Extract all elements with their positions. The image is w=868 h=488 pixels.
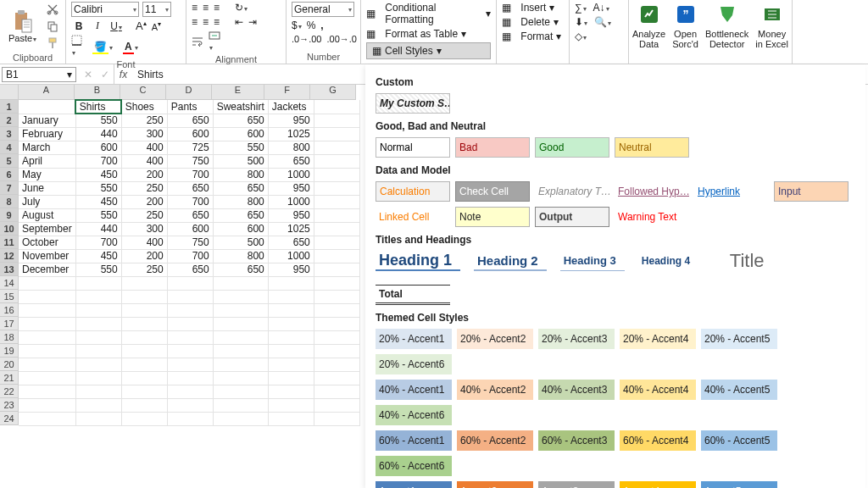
cancel-icon[interactable]: ✕	[80, 69, 97, 80]
cell[interactable]	[314, 100, 359, 114]
cell[interactable]: Shoes	[121, 100, 167, 114]
cell[interactable]: 200	[121, 168, 167, 181]
underline-button[interactable]: U	[108, 20, 124, 32]
row-header[interactable]: 6	[0, 168, 19, 181]
cell[interactable]: 800	[213, 249, 268, 263]
cell[interactable]: 725	[167, 141, 213, 154]
align-middle-button[interactable]: ≡	[203, 2, 209, 14]
row-header[interactable]: 2	[0, 114, 19, 127]
fill-color-button[interactable]: 🪣	[92, 41, 113, 53]
cell[interactable]: Pants	[167, 100, 213, 114]
row-header[interactable]: 3	[0, 127, 19, 141]
style-tile[interactable]: Accent4	[620, 481, 696, 488]
cell[interactable]	[213, 358, 268, 371]
cell[interactable]: 1000	[268, 195, 314, 208]
cell[interactable]	[268, 371, 314, 385]
cell[interactable]	[75, 344, 121, 358]
cell[interactable]	[314, 236, 359, 249]
cell[interactable]	[314, 317, 359, 330]
cell[interactable]	[167, 358, 213, 371]
style-tile[interactable]: Bad	[455, 137, 530, 158]
cell[interactable]: 500	[213, 154, 268, 168]
borders-button[interactable]	[71, 35, 82, 58]
cell[interactable]: 440	[75, 127, 121, 141]
style-heading3[interactable]: Heading 3	[560, 251, 625, 271]
cell[interactable]: February	[19, 127, 75, 141]
addin-3[interactable]: Moneyin Excel	[752, 0, 792, 64]
cell[interactable]	[19, 276, 75, 290]
cell[interactable]	[75, 290, 121, 303]
cell[interactable]: 800	[213, 195, 268, 208]
style-tile[interactable]: 60% - Accent5	[701, 430, 777, 451]
cell[interactable]: 250	[121, 208, 167, 222]
cell[interactable]	[314, 154, 359, 168]
row-header[interactable]: 13	[0, 263, 19, 276]
cell[interactable]	[75, 358, 121, 371]
cell[interactable]	[268, 303, 314, 317]
cell[interactable]	[314, 181, 359, 195]
cell[interactable]	[314, 168, 359, 181]
row-header[interactable]: 5	[0, 154, 19, 168]
style-heading2[interactable]: Heading 2	[474, 251, 547, 271]
style-tile[interactable]: Followed Hyp…	[615, 181, 689, 202]
cell[interactable]	[19, 303, 75, 317]
cell[interactable]: 600	[213, 222, 268, 236]
style-tile[interactable]: 20% - Accent3	[538, 329, 615, 349]
cell[interactable]: 600	[213, 127, 268, 141]
accounting-format-button[interactable]: $	[292, 19, 302, 31]
style-tile[interactable]: Neutral	[615, 137, 689, 158]
cell[interactable]	[167, 371, 213, 385]
merge-button[interactable]	[209, 30, 220, 53]
cell[interactable]	[213, 330, 268, 344]
cell[interactable]	[213, 385, 268, 398]
row-header[interactable]: 4	[0, 141, 19, 154]
cell[interactable]	[314, 398, 359, 412]
cell[interactable]	[268, 412, 314, 425]
cell[interactable]: 250	[121, 181, 167, 195]
style-tile[interactable]: Accent3	[538, 481, 615, 488]
style-tile[interactable]: Output	[535, 207, 609, 227]
align-top-button[interactable]: ≡	[192, 2, 198, 14]
wrap-text-button[interactable]	[192, 36, 203, 47]
cell[interactable]	[268, 330, 314, 344]
cell[interactable]	[121, 398, 167, 412]
cell[interactable]: 250	[121, 114, 167, 127]
cell[interactable]	[167, 276, 213, 290]
cell[interactable]: 1000	[268, 168, 314, 181]
cell[interactable]	[314, 263, 359, 276]
row-header[interactable]: 14	[0, 276, 19, 290]
cell[interactable]: 750	[167, 154, 213, 168]
cell[interactable]	[314, 344, 359, 358]
cell[interactable]: Shirts	[75, 100, 121, 114]
addin-1[interactable]: ”OpenSorc'd	[669, 0, 702, 64]
cell[interactable]: 950	[268, 263, 314, 276]
comma-button[interactable]: ,	[320, 19, 323, 31]
conditional-formatting-button[interactable]: ▦ Conditional Formatting ▾	[366, 2, 491, 25]
cell[interactable]	[75, 371, 121, 385]
style-tile[interactable]: Calculation	[376, 181, 450, 202]
cut-button[interactable]	[45, 2, 60, 17]
cell[interactable]	[121, 303, 167, 317]
style-custom[interactable]: My Custom S…	[376, 93, 450, 114]
font-size-combo[interactable]: 11▾	[142, 2, 171, 17]
cell[interactable]	[19, 385, 75, 398]
cell[interactable]: March	[19, 141, 75, 154]
row-header[interactable]: 21	[0, 371, 19, 385]
cell[interactable]	[19, 317, 75, 330]
cell[interactable]: 450	[75, 249, 121, 263]
cell[interactable]	[75, 303, 121, 317]
cell[interactable]	[121, 290, 167, 303]
cell[interactable]: 650	[213, 208, 268, 222]
cell[interactable]: 650	[167, 208, 213, 222]
row-header[interactable]: 8	[0, 195, 19, 208]
cell[interactable]: 550	[213, 141, 268, 154]
cell[interactable]	[213, 290, 268, 303]
cell[interactable]	[268, 385, 314, 398]
cell[interactable]	[167, 303, 213, 317]
cell[interactable]	[75, 276, 121, 290]
cell[interactable]: June	[19, 181, 75, 195]
cell[interactable]	[314, 385, 359, 398]
cell[interactable]	[314, 222, 359, 236]
cell[interactable]	[121, 371, 167, 385]
cell[interactable]	[121, 330, 167, 344]
